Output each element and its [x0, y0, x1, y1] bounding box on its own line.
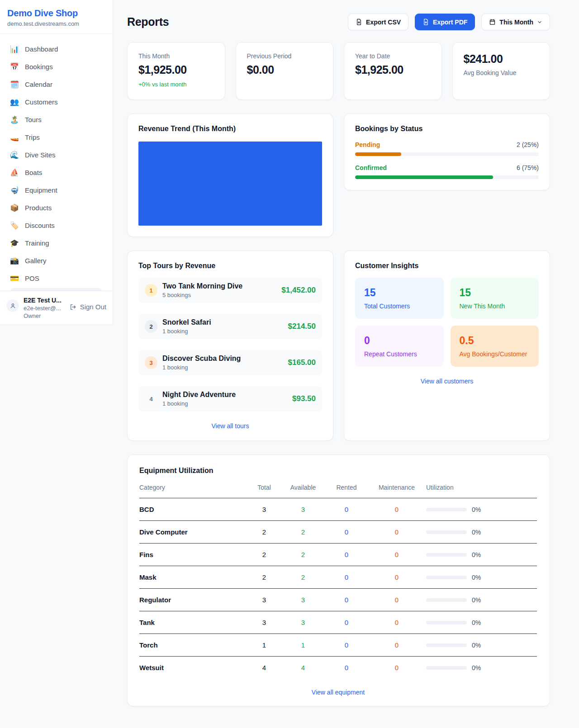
progress-bar: [355, 152, 539, 156]
sidebar-item-label: Calendar: [25, 80, 52, 88]
utilization-bar: [426, 576, 467, 579]
stat-label: Year to Date: [355, 52, 431, 60]
view-all-equipment-link[interactable]: View all equipment: [139, 689, 537, 696]
view-all-tours-link[interactable]: View all tours: [138, 422, 322, 430]
cell-category: Mask: [139, 566, 248, 589]
sidebar-item-training[interactable]: 🎓 Training: [5, 234, 107, 252]
tour-name: Night Dive Adventure: [162, 391, 236, 399]
column-header: Total: [248, 484, 280, 498]
utilization-bar: [426, 530, 467, 534]
insight-value: 15: [460, 287, 530, 299]
page-title: Reports: [127, 15, 169, 28]
cell-rented: 0: [326, 544, 367, 566]
revenue-trend-card: Revenue Trend (This Month): [127, 113, 333, 237]
revenue-trend-title: Revenue Trend (This Month): [138, 125, 322, 133]
view-all-customers-link[interactable]: View all customers: [355, 378, 539, 385]
export-pdf-label: Export PDF: [433, 19, 467, 26]
progress-bar-fill: [355, 175, 493, 179]
tour-row: 1 Two Tank Morning Dive 5 bookings $1,45…: [138, 278, 322, 303]
cell-rented: 0: [326, 589, 367, 611]
sidebar-item-label: Bookings: [25, 63, 53, 71]
sidebar-item-label: Equipment: [25, 186, 57, 194]
cell-category: Dive Computer: [139, 521, 248, 544]
utilization-bar: [426, 508, 467, 511]
avatar: [6, 299, 19, 312]
cell-available: 2: [280, 521, 326, 544]
bookings-by-status-title: Bookings by Status: [355, 125, 539, 133]
tour-bookings: 5 bookings: [162, 292, 242, 298]
insight-box-new-this-month: 15 New This Month: [451, 278, 539, 319]
insight-box-repeat-customers: 0 Repeat Customers: [355, 326, 444, 367]
tour-row: 3 Discover Scuba Diving 1 booking $165.0…: [138, 350, 322, 375]
cell-category: Fins: [139, 544, 248, 566]
sidebar-item-calendar[interactable]: 🗓️ Calendar: [5, 76, 107, 93]
cell-available: 3: [280, 498, 326, 521]
sidebar-item-label: Trips: [25, 133, 40, 141]
column-header: Rented: [326, 484, 367, 498]
cell-maintenance: 0: [367, 544, 426, 566]
stat-label: This Month: [138, 52, 214, 60]
sidebar-item-dive-sites[interactable]: 🌊 Dive Sites: [5, 146, 107, 164]
credit-card-icon: 💳: [10, 274, 19, 283]
utilization-pct: 0%: [472, 506, 481, 513]
sidebar-item-products[interactable]: 📦 Products: [5, 199, 107, 217]
cell-category: Regulator: [139, 589, 248, 611]
insight-value: 15: [364, 287, 435, 299]
table-row: Dive Computer 2 2 0 0 0%: [139, 521, 537, 544]
sidebar-item-bookings[interactable]: 📅 Bookings: [5, 58, 107, 76]
sidebar-item-customers[interactable]: 👥 Customers: [5, 93, 107, 111]
chevron-down-icon: [537, 19, 542, 25]
tag-icon: 🏷️: [10, 221, 19, 230]
person-icon: [9, 303, 16, 309]
status-count: 2 (25%): [517, 141, 539, 148]
table-row: Tank 3 3 0 0 0%: [139, 611, 537, 634]
cell-category: BCD: [139, 498, 248, 521]
sidebar-item-label: Boats: [25, 169, 42, 176]
period-dropdown[interactable]: This Month: [481, 14, 550, 30]
user-panel: E2E Test U... e2e-tester@... Owner Sign …: [0, 291, 113, 325]
sidebar-item-boats[interactable]: ⛵ Boats: [5, 164, 107, 181]
sidebar-item-label: Gallery: [25, 257, 47, 265]
sidebar-item-dashboard[interactable]: 📊 Dashboard: [5, 40, 107, 58]
cell-category: Wetsuit: [139, 657, 248, 679]
rank-badge: 1: [145, 284, 157, 297]
stat-label: Avg Booking Value: [464, 69, 539, 76]
export-csv-label: Export CSV: [366, 19, 401, 26]
package-icon: 📦: [10, 203, 19, 212]
stat-card-avg-booking-value: $241.00 Avg Booking Value: [452, 42, 551, 100]
cell-total: 4: [248, 657, 280, 679]
dashboard-icon: 📊: [10, 45, 19, 53]
table-row: Regulator 3 3 0 0 0%: [139, 589, 537, 611]
sidebar-item-label: POS: [25, 274, 39, 282]
rank-badge: 3: [145, 356, 157, 369]
cell-available: 2: [280, 544, 326, 566]
sidebar-item-label: Tours: [25, 116, 42, 123]
stat-delta: +0% vs last month: [138, 81, 214, 88]
stat-value: $0.00: [247, 63, 323, 76]
cell-category: Tank: [139, 611, 248, 634]
export-csv-button[interactable]: Export CSV: [348, 14, 408, 30]
cell-rented: 0: [326, 498, 367, 521]
table-row: Torch 1 1 0 0 0%: [139, 634, 537, 657]
cell-total: 1: [248, 634, 280, 657]
main-content: Reports Export CSV Export PDF This Month…: [113, 0, 579, 724]
sidebar-item-pos[interactable]: 💳 POS: [5, 269, 107, 287]
sidebar-item-label: Dive Sites: [25, 151, 56, 159]
cell-rented: 0: [326, 521, 367, 544]
diving-mask-icon: 🤿: [10, 186, 19, 194]
period-label: This Month: [499, 19, 533, 26]
sidebar-item-tours[interactable]: 🏝️ Tours: [5, 111, 107, 128]
stat-value: $1,925.00: [355, 63, 431, 76]
export-pdf-button[interactable]: Export PDF: [415, 14, 475, 30]
utilization-pct: 0%: [472, 642, 481, 649]
sign-out-button[interactable]: Sign Out: [70, 303, 106, 311]
cell-rented: 0: [326, 566, 367, 589]
sidebar-item-trips[interactable]: 🚤 Trips: [5, 128, 107, 146]
sidebar-item-discounts[interactable]: 🏷️ Discounts: [5, 217, 107, 234]
sidebar-item-equipment[interactable]: 🤿 Equipment: [5, 181, 107, 199]
insight-box-total-customers: 15 Total Customers: [355, 278, 444, 319]
cell-available: 2: [280, 566, 326, 589]
sidebar-item-gallery[interactable]: 📸 Gallery: [5, 252, 107, 269]
status-row-pending: Pending 2 (25%): [355, 141, 539, 156]
sidebar-item-label: Discounts: [25, 222, 55, 229]
